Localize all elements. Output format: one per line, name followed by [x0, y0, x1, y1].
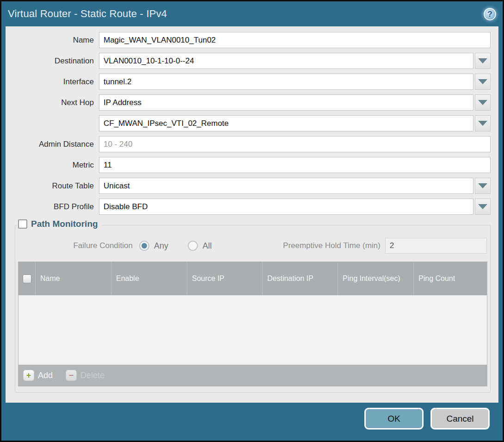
failure-condition-radio-group: Any All: [139, 241, 231, 251]
dialog-frame: Virtual Router - Static Route - IPv4 ? N…: [1, 1, 503, 441]
path-monitoring-table: Name Enable Source IP Destination IP Pin…: [18, 261, 487, 386]
next-hop-type-input[interactable]: [99, 94, 473, 111]
route-table-row: Route Table: [15, 178, 491, 194]
next-hop-address-input[interactable]: [99, 115, 473, 131]
dialog-titlebar: Virtual Router - Static Route - IPv4 ?: [1, 1, 503, 26]
destination-row: Destination: [15, 53, 491, 69]
route-table-dropdown-button[interactable]: [475, 178, 491, 194]
name-row: Name: [15, 32, 491, 48]
dialog-footer: OK Cancel: [1, 403, 503, 441]
metric-input[interactable]: [99, 157, 491, 173]
radio-option-any[interactable]: Any: [139, 241, 168, 251]
next-hop-dropdown-button[interactable]: [475, 94, 491, 111]
admin-distance-input[interactable]: [99, 136, 491, 152]
table-header-checkbox-cell: [18, 262, 36, 295]
radio-any-icon: [139, 241, 149, 251]
delete-button[interactable]: − Delete: [66, 370, 104, 381]
metric-label: Metric: [15, 161, 99, 170]
next-hop-label: Next Hop: [15, 98, 99, 107]
preemptive-hold-time-input[interactable]: [385, 238, 487, 254]
ok-button[interactable]: OK: [364, 408, 424, 430]
static-route-dialog: Virtual Router - Static Route - IPv4 ? N…: [0, 0, 504, 442]
destination-input[interactable]: [99, 53, 473, 69]
preemptive-hold-time-label: Preemptive Hold Time (min): [283, 241, 381, 250]
dialog-content: Name Destination Interface: [6, 26, 498, 403]
admin-distance-row: Admin Distance: [15, 136, 491, 152]
delete-button-label: Delete: [80, 371, 104, 380]
chevron-down-icon: [478, 58, 487, 63]
bfd-profile-dropdown-button[interactable]: [475, 199, 491, 215]
column-header-destination-ip: Destination IP: [263, 262, 338, 295]
interface-dropdown-button[interactable]: [475, 74, 491, 90]
failure-condition-label: Failure Condition: [18, 241, 139, 250]
plus-icon: +: [23, 370, 34, 381]
column-header-ping-interval: Ping Interval(sec): [338, 262, 414, 295]
path-monitoring-checkbox[interactable]: [18, 219, 27, 229]
path-monitoring-section: Path Monitoring Failure Condition Any Al…: [15, 225, 491, 392]
interface-label: Interface: [15, 77, 99, 87]
footer-buttons: OK Cancel: [364, 408, 490, 430]
name-label: Name: [15, 36, 99, 45]
path-monitoring-legend: Path Monitoring: [17, 219, 102, 229]
bfd-profile-row: BFD Profile: [15, 199, 491, 215]
chevron-down-icon: [478, 121, 487, 126]
add-button[interactable]: + Add: [23, 370, 53, 381]
minus-icon: −: [66, 370, 77, 381]
name-input[interactable]: [99, 32, 491, 48]
next-hop-address-dropdown-button[interactable]: [475, 115, 491, 131]
chevron-down-icon: [478, 183, 487, 188]
radio-option-all[interactable]: All: [188, 241, 212, 251]
chevron-down-icon: [478, 204, 487, 209]
path-monitoring-title: Path Monitoring: [31, 219, 98, 229]
failure-condition-row: Failure Condition Any All Preemptive Hol…: [18, 237, 487, 254]
help-icon[interactable]: ?: [484, 8, 496, 20]
table-toolbar: + Add − Delete: [18, 365, 487, 386]
chevron-down-icon: [478, 79, 487, 84]
chevron-down-icon: [478, 100, 487, 105]
metric-row: Metric: [15, 157, 491, 173]
next-hop-address-row: [15, 115, 491, 131]
column-header-name: Name: [36, 262, 111, 295]
route-table-input[interactable]: [99, 178, 473, 194]
admin-distance-label: Admin Distance: [15, 140, 99, 149]
destination-dropdown-button[interactable]: [475, 53, 491, 69]
cancel-button[interactable]: Cancel: [430, 408, 490, 430]
table-body-empty: [18, 295, 487, 365]
add-button-label: Add: [38, 371, 53, 380]
table-header-row: Name Enable Source IP Destination IP Pin…: [18, 262, 487, 295]
column-header-enable: Enable: [111, 262, 187, 295]
interface-row: Interface: [15, 74, 491, 90]
radio-all-label: All: [203, 241, 212, 251]
bfd-profile-input[interactable]: [99, 199, 473, 215]
next-hop-row: Next Hop: [15, 94, 491, 111]
route-table-label: Route Table: [15, 181, 99, 191]
column-header-source-ip: Source IP: [187, 262, 263, 295]
radio-any-label: Any: [154, 241, 168, 251]
page-title: Virtual Router - Static Route - IPv4: [8, 8, 167, 20]
bfd-profile-label: BFD Profile: [15, 202, 99, 212]
select-all-checkbox[interactable]: [23, 274, 31, 283]
destination-label: Destination: [15, 56, 99, 66]
radio-all-icon: [188, 241, 198, 251]
column-header-ping-count: Ping Count: [414, 262, 487, 295]
interface-input[interactable]: [99, 74, 473, 90]
